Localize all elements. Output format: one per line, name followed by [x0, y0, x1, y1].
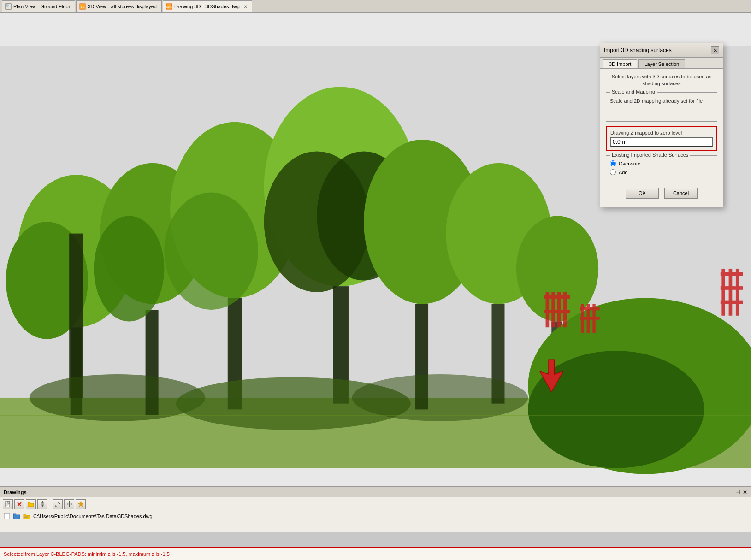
tab-3d-view-label: 3D View - all storeys displayed — [88, 4, 157, 9]
dialog-tab-layer-selection[interactable]: Layer Selection — [638, 59, 685, 68]
existing-imported-group: Existing Imported Shade Surfaces Overwri… — [606, 155, 717, 182]
status-bar: Selected from Layer C-BLDG-PADS: minimim… — [0, 547, 751, 560]
svg-line-65 — [58, 502, 59, 504]
settings-button[interactable] — [37, 499, 47, 509]
dialog-body: Select layers with 3D surfaces to be use… — [600, 69, 723, 207]
svg-rect-74 — [24, 516, 29, 517]
svg-rect-11 — [69, 234, 83, 398]
pencil-icon — [55, 501, 61, 507]
drawings-file-row[interactable]: C:\Users\Public\Documents\Tas Data\3DSha… — [0, 511, 751, 521]
plan-icon — [5, 3, 12, 10]
z-input[interactable] — [610, 137, 713, 147]
star-icon — [78, 501, 84, 507]
svg-point-17 — [164, 193, 258, 310]
status-message: Selected from Layer C-BLDG-PADS: minimim… — [4, 551, 170, 557]
favorite-button[interactable] — [76, 499, 86, 509]
svg-point-60 — [42, 504, 43, 505]
svg-rect-49 — [721, 301, 743, 304]
tab-bar: Plan View - Ground Floor 3D 3D View - al… — [0, 0, 751, 13]
drawings-toolbar — [0, 497, 751, 511]
tab-plan-view-label: Plan View - Ground Floor — [13, 4, 70, 9]
tab-3d-view[interactable]: 3D 3D View - all storeys displayed — [76, 0, 162, 12]
svg-point-30 — [352, 374, 528, 421]
svg-rect-38 — [544, 310, 570, 313]
folder-button[interactable] — [26, 499, 36, 509]
radio-overwrite-row: Overwrite — [610, 160, 713, 166]
svg-rect-37 — [544, 295, 570, 299]
svg-marker-68 — [69, 501, 70, 502]
scale-mapping-legend: Scale and Mapping — [610, 89, 657, 94]
delete-icon — [17, 501, 22, 507]
radio-overwrite[interactable] — [610, 160, 616, 166]
dialog-tab-3d-import[interactable]: 3D Import — [603, 59, 637, 68]
radio-add[interactable] — [610, 169, 616, 175]
move-button[interactable] — [64, 499, 74, 509]
new-doc-icon — [5, 501, 11, 507]
dialog-titlebar: Import 3D shading surfaces ✕ — [600, 43, 723, 58]
file-yellow-icon — [23, 513, 30, 519]
overwrite-label: Overwrite — [619, 161, 640, 166]
file-path: C:\Users\Public\Documents\Tas Data\3DSha… — [33, 513, 153, 519]
drawing-icon: DWG — [166, 3, 172, 10]
toolbar-divider-1 — [50, 500, 50, 508]
main-area: Import 3D shading surfaces ✕ 3D Import L… — [0, 13, 751, 501]
svg-rect-73 — [4, 513, 10, 519]
import-dialog: Import 3D shading surfaces ✕ 3D Import L… — [600, 43, 723, 207]
gear-icon — [40, 501, 46, 507]
3d-icon: 3D — [79, 3, 86, 10]
svg-rect-43 — [580, 317, 599, 319]
drawings-panel: Drawings ⊣ ✕ — [0, 486, 751, 532]
existing-imported-legend: Existing Imported Shade Surfaces — [610, 152, 690, 158]
drawings-title: Drawings — [4, 489, 27, 495]
radio-add-row: Add — [610, 169, 713, 175]
scale-mapping-group: Scale and Mapping Scale and 2D mapping a… — [606, 92, 717, 122]
add-label: Add — [619, 170, 628, 175]
svg-text:3D: 3D — [81, 5, 85, 8]
file-checkbox-icon — [4, 513, 10, 519]
svg-rect-48 — [721, 286, 743, 290]
tab-drawing-3d-label: Drawing 3D - 3DShades.dwg — [174, 4, 240, 9]
svg-point-14 — [94, 216, 165, 321]
svg-marker-71 — [71, 503, 72, 505]
pencil-button[interactable] — [53, 499, 63, 509]
move-icon — [66, 501, 72, 507]
tab-plan-view[interactable]: Plan View - Ground Floor — [2, 0, 75, 12]
ok-button[interactable]: OK — [626, 188, 659, 199]
svg-rect-53 — [8, 501, 10, 503]
file-blue-icon — [13, 513, 20, 519]
svg-text:DWG: DWG — [166, 6, 172, 8]
tab-drawing-3d[interactable]: DWG Drawing 3D - 3DShades.dwg ✕ — [163, 0, 252, 12]
svg-point-28 — [30, 374, 206, 421]
folder-icon — [28, 501, 34, 507]
drawings-header-icons: ⊣ ✕ — [735, 489, 747, 495]
svg-marker-70 — [66, 503, 68, 505]
dialog-tab-bar: 3D Import Layer Selection — [600, 58, 723, 69]
z-section: Drawing Z mapped to zero level — [606, 126, 717, 151]
delete-drawing-button[interactable] — [14, 499, 24, 509]
pin-icon[interactable]: ⊣ — [735, 489, 740, 495]
dialog-close-button[interactable]: ✕ — [711, 46, 719, 54]
z-label: Drawing Z mapped to zero level — [610, 130, 713, 136]
close-panel-icon[interactable]: ✕ — [743, 489, 747, 495]
new-drawing-button[interactable] — [3, 499, 13, 509]
cancel-button[interactable]: Cancel — [664, 188, 698, 199]
svg-rect-47 — [721, 272, 743, 276]
svg-rect-75 — [24, 517, 28, 518]
dialog-title: Import 3D shading surfaces — [604, 47, 672, 53]
dialog-buttons: OK Cancel — [606, 188, 717, 202]
svg-rect-42 — [580, 307, 599, 310]
tab-close-button[interactable]: ✕ — [243, 4, 247, 9]
dialog-subtitle: Select layers with 3D surfaces to be use… — [606, 73, 717, 88]
svg-rect-1 — [6, 5, 8, 6]
scale-mapping-text: Scale and 2D mapping already set for fil… — [610, 97, 713, 105]
svg-marker-72 — [78, 501, 83, 507]
svg-marker-69 — [69, 506, 70, 507]
drawings-header: Drawings ⊣ ✕ — [0, 487, 751, 497]
